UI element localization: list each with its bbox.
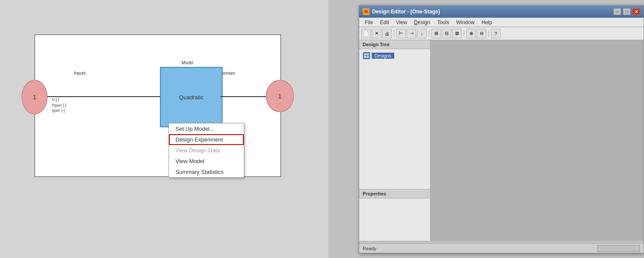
inputs-label: Inputs [74,71,86,76]
toolbar-grid1-btn[interactable]: ⊞ [431,29,441,38]
tree-item-designs[interactable]: Designs [361,51,428,60]
status-bar: Ready [359,243,644,253]
toolbar-zoom-btn[interactable]: ⊠ [452,29,462,38]
toolbar-sort-btn[interactable]: ↕ [417,29,427,38]
toolbar-print-btn[interactable]: 🖨 [382,29,392,38]
context-menu-item-view-model[interactable]: View Model [169,156,244,167]
status-bar-right [597,245,640,252]
menu-window[interactable]: Window [453,19,478,26]
minimize-button[interactable]: ─ [613,8,621,15]
status-text: Ready [363,246,597,251]
toolbar-sep3 [464,30,464,38]
response-oval: 1 [266,80,294,112]
tree-item-icon [363,52,370,59]
design-editor-window: M Design Editor - [One-Stage] ─ □ ✕ File… [359,5,644,253]
design-tree-panel: Design Tree Designs Properties [359,40,430,241]
context-menu-item-design[interactable]: Design Experiment [169,134,244,145]
toolbar-delete-btn[interactable]: ✕ [372,29,381,38]
n-labels: N [-] Pgain [-] Igain [-] [52,97,67,113]
toolbar-help-btn[interactable]: ? [491,29,501,38]
window-title: Design Editor - [One-Stage] [372,9,613,15]
title-bar: M Design Editor - [One-Stage] ─ □ ✕ [359,6,644,18]
context-menu-item-view-data: View Design Data [169,145,244,156]
toolbar-arrange-right-btn[interactable]: ⊣ [407,29,416,38]
toolbar-arrange-left-btn[interactable]: ⊢ [396,29,406,38]
properties-panel: Properties [359,189,430,241]
tree-upper: Design Tree Designs [359,40,430,189]
svg-rect-1 [367,53,369,55]
svg-rect-3 [367,56,369,58]
editor-content: Design Tree Designs Properties [359,40,644,241]
toolbar-new-btn[interactable]: 📄 [361,29,371,38]
toolbar: 📄 ✕ 🖨 ⊢ ⊣ ↕ ⊞ ⊟ ⊠ ⊕ ⊖ ? [359,27,644,40]
toolbar-sep2 [429,30,429,38]
menu-view[interactable]: View [392,19,411,26]
toolbar-grid2-btn[interactable]: ⊟ [442,29,451,38]
arrow-line-right [220,96,272,97]
context-menu-item-summary[interactable]: Summary Statistics [169,167,244,177]
menu-design[interactable]: Design [411,19,434,26]
app-icon: M [363,8,370,15]
context-menu-item-setup[interactable]: Set Up Model... [169,123,244,134]
diagram-area: Inputs Responses 1 Model Quadratic 1 N [… [0,0,328,258]
menu-file[interactable]: File [361,19,376,26]
design-tree-header: Design Tree [359,40,430,49]
toolbar-sep1 [394,30,394,38]
properties-header: Properties [359,189,430,198]
svg-rect-0 [364,53,366,55]
tree-item-label: Designs [372,53,394,59]
model-box-text: Quadratic [179,94,203,101]
toolbar-add-row-btn[interactable]: ⊕ [466,29,476,38]
tree-content: Designs [359,49,430,62]
menu-bar: File Edit View Design Tools Window Help [359,18,644,27]
close-button[interactable]: ✕ [632,8,640,15]
menu-edit[interactable]: Edit [376,19,392,26]
left-tree-section: Design Tree Designs Properties [359,40,430,241]
title-bar-controls: ─ □ ✕ [613,8,640,15]
main-canvas [430,40,644,241]
toolbar-sep4 [488,30,489,38]
menu-help[interactable]: Help [478,19,496,26]
context-menu: Set Up Model... Design Experiment View D… [169,123,244,178]
toolbar-remove-row-btn[interactable]: ⊖ [477,29,486,38]
maximize-button[interactable]: □ [623,8,631,15]
model-box: Quadratic [160,67,223,127]
model-label: Model [182,60,193,65]
input-oval: 1 [22,80,48,114]
svg-rect-2 [364,56,366,58]
menu-tools[interactable]: Tools [434,19,453,26]
